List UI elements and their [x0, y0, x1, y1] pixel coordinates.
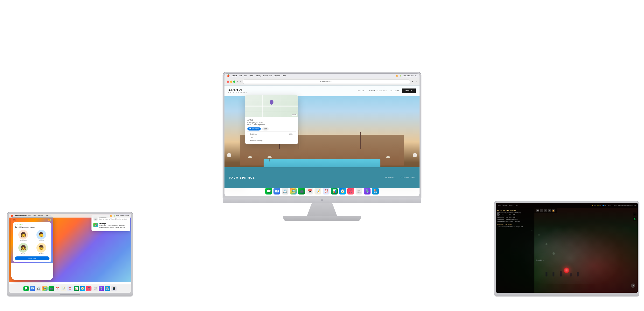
- game-calm-stat: CALM: [613, 205, 616, 206]
- game-restore-title: RESTORE CITY TRUST: [497, 224, 533, 225]
- mb-iphone-mirroring[interactable]: iPhone Mirroring: [15, 215, 26, 216]
- book-button[interactable]: BOOK: [402, 88, 416, 93]
- mb-dock-appstore[interactable]: 🏪: [105, 286, 110, 291]
- dock-music[interactable]: 🎵: [347, 188, 354, 194]
- dock-calendar[interactable]: 📅: [306, 188, 313, 194]
- imac-screen-bezel: 🍎 Safari File Edit View History Bookmark…: [223, 72, 421, 198]
- apple-menu-icon[interactable]: 🍎: [227, 74, 230, 77]
- char-girl[interactable]: 👧 the girl: [15, 243, 32, 254]
- dock-reminder[interactable]: ⏰: [323, 188, 330, 194]
- map-grid-line: [245, 112, 298, 112]
- dock-safari[interactable]: 🧭: [339, 188, 346, 194]
- dock-photos[interactable]: 🖼️: [290, 188, 297, 194]
- dock-facetime[interactable]: 📹: [298, 188, 305, 194]
- ctrl-fast-forward[interactable]: ⏩: [552, 209, 555, 212]
- dock-notes[interactable]: 📝: [314, 188, 321, 194]
- mb-dock-news[interactable]: 📰: [92, 286, 98, 291]
- window-menu-item[interactable]: Window: [274, 75, 280, 76]
- terrain-icon-1[interactable]: 🏔: [633, 212, 636, 216]
- new-tab-icon[interactable]: +: [416, 80, 417, 83]
- silhouette-1: [546, 272, 548, 276]
- mb-dock-facetime[interactable]: 📹: [48, 286, 54, 291]
- help-menu-item[interactable]: Help: [283, 75, 286, 76]
- ctrl-play[interactable]: ▶: [544, 209, 547, 212]
- notification-text-1: Look for banana. The middle is the best …: [99, 218, 127, 220]
- ctrl-step-back[interactable]: ◀: [540, 209, 543, 212]
- dock-podcasts[interactable]: 🎙️: [364, 188, 370, 194]
- game-temp-stat: 🌡 -5°C: [608, 205, 612, 206]
- mb-dock-photos[interactable]: 🖼️: [42, 286, 48, 291]
- hotel-nav-gallery[interactable]: GALLERY: [390, 90, 399, 92]
- game-task-4: Establish 1 Materials Colony (0/1): [497, 218, 533, 220]
- mb-wifi: 📶: [110, 215, 112, 216]
- terrain-icon-2[interactable]: 🌲: [633, 217, 636, 221]
- hotel-nav-events[interactable]: PRIVATE EVENTS: [369, 90, 387, 92]
- mb-dock-music[interactable]: 🎵: [86, 286, 92, 291]
- ctrl-pause[interactable]: ⏸: [548, 209, 551, 212]
- popup-actions: 🗺 Directions Call: [248, 128, 296, 131]
- char-man[interactable]: 👨 the man: [33, 230, 50, 242]
- mb-dock-calendar[interactable]: 📅: [55, 286, 60, 291]
- url-bar[interactable]: arrivehotels.com: [243, 80, 410, 84]
- mb-view[interactable]: View: [33, 215, 36, 216]
- mb-help[interactable]: Help: [45, 215, 48, 216]
- mb-dock-reminders[interactable]: ⏰: [67, 286, 73, 291]
- website-settings-item[interactable]: Website Settings...: [248, 139, 296, 142]
- find-item[interactable]: Find...: [248, 136, 296, 139]
- departure-label: 🗓 DEPARTURE: [400, 177, 415, 179]
- bookmarks-menu-item[interactable]: Bookmarks: [263, 75, 272, 76]
- iphone-icons: 📶🔋: [48, 219, 52, 221]
- file-menu-item[interactable]: File: [239, 75, 242, 76]
- char-woman[interactable]: 👩 the woman: [15, 230, 32, 242]
- quiz-instruction: Select the correct image.: [15, 226, 50, 228]
- view-menu-item[interactable]: View: [250, 75, 253, 76]
- safari-menu-item[interactable]: Safari: [232, 75, 236, 76]
- text-size-item[interactable]: Text Size 100%: [248, 133, 296, 136]
- task-label-5: Reach abundance of heat supply (0/100): [500, 221, 521, 222]
- clock-display: Mon Jun 10 9:41 AM: [402, 75, 417, 76]
- continue-button[interactable]: CONTINUE: [15, 256, 50, 260]
- back-btn[interactable]: ‹: [237, 80, 238, 83]
- notification-divider: [94, 222, 128, 222]
- duolingo-app: at founders Select the correct image. 👩 …: [13, 222, 52, 262]
- dock-appstore[interactable]: 🏪: [372, 188, 379, 194]
- map-road: [262, 95, 263, 117]
- popup-info: Arrive Palm Springs, CA · 1111 Open · 4.…: [245, 117, 298, 144]
- close-button[interactable]: [227, 80, 229, 82]
- edit-menu-item[interactable]: Edit: [244, 75, 247, 76]
- char-boy[interactable]: 👦 the boy: [33, 243, 50, 254]
- mb-apple-icon[interactable]: 🍎: [10, 215, 13, 217]
- directions-button[interactable]: 🗺 Directions: [248, 128, 261, 131]
- mb-dock-safari[interactable]: 🧭: [80, 286, 85, 291]
- fullscreen-button[interactable]: [233, 80, 235, 82]
- minimize-button[interactable]: [230, 80, 232, 82]
- task-check-2: [497, 214, 499, 216]
- mb-dock-mail[interactable]: 📧: [30, 286, 35, 291]
- share-icon[interactable]: ⬆: [412, 80, 414, 83]
- dock-numbers[interactable]: 📊: [331, 188, 338, 194]
- mb-dock-messages[interactable]: 💬: [24, 286, 29, 291]
- mb-dock-contacts[interactable]: 📇: [36, 286, 41, 291]
- dock-news[interactable]: 📰: [356, 188, 362, 194]
- hotel-nav: ARRIVE PALM SPRINGS + SELECT LOCATION HO…: [224, 86, 420, 96]
- mb-edit[interactable]: Edit: [28, 215, 31, 216]
- carousel-prev[interactable]: ‹: [227, 153, 231, 157]
- mb-dock-numbers[interactable]: 📊: [74, 286, 79, 291]
- carousel-next[interactable]: ›: [413, 153, 417, 157]
- hotel-nav-hotel[interactable]: HOTEL ˅: [358, 90, 366, 92]
- forward-btn[interactable]: ›: [240, 80, 241, 83]
- dock-contacts[interactable]: 📇: [282, 188, 288, 194]
- mb-dock-podcasts[interactable]: 🎙️: [99, 286, 104, 291]
- game-help-button[interactable]: ?: [631, 284, 635, 288]
- call-button[interactable]: Call: [262, 128, 269, 131]
- game-controls: ⏮ ◀ ▶ ⏸ ⏩: [534, 208, 556, 213]
- ctrl-rewind[interactable]: ⏮: [536, 209, 539, 212]
- mb-window[interactable]: Window: [38, 215, 43, 216]
- dock-messages[interactable]: 💬: [265, 188, 272, 194]
- history-menu-item[interactable]: History: [256, 75, 261, 76]
- palm-springs-label: PALM SPRINGS: [229, 176, 255, 179]
- mb-dock-notes[interactable]: 📝: [61, 286, 66, 291]
- dock-mail[interactable]: 📧: [274, 188, 280, 194]
- mb-dock-iphone-mirroring[interactable]: 📱: [111, 286, 116, 291]
- task-label-1: Increase city population (13,032/40,000): [500, 212, 521, 214]
